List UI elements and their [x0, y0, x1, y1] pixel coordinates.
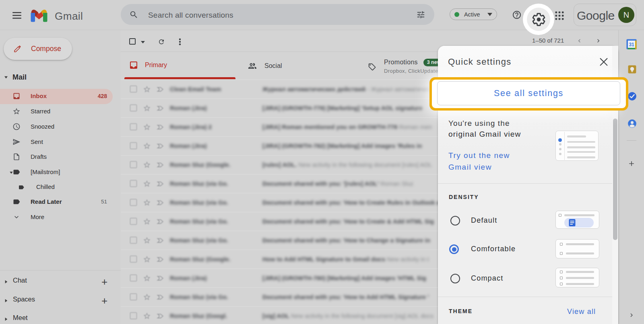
svg-text:31: 31 — [629, 42, 634, 47]
